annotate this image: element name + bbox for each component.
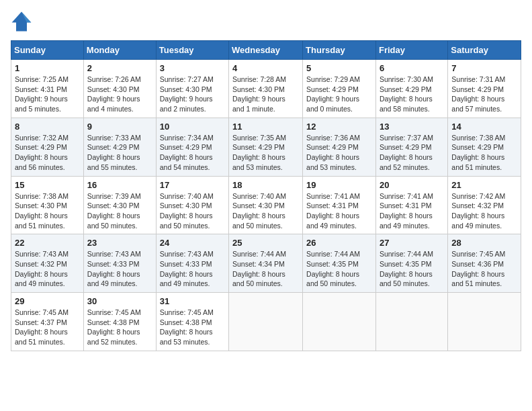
day-number: 7 xyxy=(451,63,517,73)
day-number: 24 xyxy=(160,238,225,248)
day-info: Sunrise: 7:34 AMSunset: 4:29 PMDaylight:… xyxy=(160,133,225,173)
day-info: Sunrise: 7:26 AMSunset: 4:30 PMDaylight:… xyxy=(87,75,152,114)
day-info: Sunrise: 7:30 AMSunset: 4:29 PMDaylight:… xyxy=(380,75,444,114)
day-number: 16 xyxy=(87,180,152,190)
day-info: Sunrise: 7:44 AMSunset: 4:35 PMDaylight:… xyxy=(306,249,372,289)
day-number: 28 xyxy=(451,238,517,248)
weekday-header-thursday: Thursday xyxy=(303,41,376,60)
day-number: 3 xyxy=(160,63,225,73)
day-info: Sunrise: 7:43 AMSunset: 4:32 PMDaylight:… xyxy=(15,249,80,289)
day-number: 4 xyxy=(232,63,299,73)
calendar-cell: 3Sunrise: 7:27 AMSunset: 4:30 PMDaylight… xyxy=(156,60,228,118)
day-number: 6 xyxy=(380,63,444,73)
day-info: Sunrise: 7:28 AMSunset: 4:30 PMDaylight:… xyxy=(232,75,299,114)
day-number: 20 xyxy=(380,180,444,190)
calendar-cell: 11Sunrise: 7:35 AMSunset: 4:29 PMDayligh… xyxy=(229,118,303,176)
day-info: Sunrise: 7:43 AMSunset: 4:33 PMDaylight:… xyxy=(160,249,225,289)
day-info: Sunrise: 7:37 AMSunset: 4:29 PMDaylight:… xyxy=(380,133,444,173)
day-number: 9 xyxy=(87,122,152,132)
calendar-cell: 14Sunrise: 7:38 AMSunset: 4:29 PMDayligh… xyxy=(448,118,521,176)
calendar-cell: 24Sunrise: 7:43 AMSunset: 4:33 PMDayligh… xyxy=(156,234,228,293)
day-number: 18 xyxy=(232,180,299,190)
calendar-cell: 1Sunrise: 7:25 AMSunset: 4:31 PMDaylight… xyxy=(11,60,84,118)
calendar-week-row: 15Sunrise: 7:38 AMSunset: 4:30 PMDayligh… xyxy=(11,176,521,234)
calendar-week-row: 22Sunrise: 7:43 AMSunset: 4:32 PMDayligh… xyxy=(11,234,521,293)
day-info: Sunrise: 7:31 AMSunset: 4:29 PMDaylight:… xyxy=(451,75,517,114)
day-info: Sunrise: 7:32 AMSunset: 4:29 PMDaylight:… xyxy=(15,133,80,173)
weekday-header-wednesday: Wednesday xyxy=(229,41,303,60)
day-number: 31 xyxy=(160,296,225,306)
calendar-cell: 18Sunrise: 7:40 AMSunset: 4:30 PMDayligh… xyxy=(229,176,303,234)
calendar-cell: 7Sunrise: 7:31 AMSunset: 4:29 PMDaylight… xyxy=(448,60,521,118)
day-info: Sunrise: 7:45 AMSunset: 4:36 PMDaylight:… xyxy=(451,249,517,289)
calendar-cell: 22Sunrise: 7:43 AMSunset: 4:32 PMDayligh… xyxy=(11,234,84,293)
calendar-cell: 29Sunrise: 7:45 AMSunset: 4:37 PMDayligh… xyxy=(11,293,84,351)
weekday-header-friday: Friday xyxy=(375,41,447,60)
calendar-cell: 30Sunrise: 7:45 AMSunset: 4:38 PMDayligh… xyxy=(83,293,156,351)
calendar-week-row: 29Sunrise: 7:45 AMSunset: 4:37 PMDayligh… xyxy=(11,293,521,351)
calendar-cell: 12Sunrise: 7:36 AMSunset: 4:29 PMDayligh… xyxy=(303,118,376,176)
calendar-cell: 25Sunrise: 7:44 AMSunset: 4:34 PMDayligh… xyxy=(229,234,303,293)
calendar-cell: 26Sunrise: 7:44 AMSunset: 4:35 PMDayligh… xyxy=(303,234,376,293)
weekday-header-monday: Monday xyxy=(83,41,156,60)
calendar-cell: 19Sunrise: 7:41 AMSunset: 4:31 PMDayligh… xyxy=(303,176,376,234)
calendar-table: SundayMondayTuesdayWednesdayThursdayFrid… xyxy=(11,40,521,351)
calendar-cell: 16Sunrise: 7:39 AMSunset: 4:30 PMDayligh… xyxy=(83,176,156,234)
calendar-cell: 17Sunrise: 7:40 AMSunset: 4:30 PMDayligh… xyxy=(156,176,228,234)
day-number: 30 xyxy=(87,296,152,306)
weekday-header-tuesday: Tuesday xyxy=(156,41,228,60)
calendar-cell: 23Sunrise: 7:43 AMSunset: 4:33 PMDayligh… xyxy=(83,234,156,293)
day-info: Sunrise: 7:29 AMSunset: 4:29 PMDaylight:… xyxy=(306,75,372,114)
calendar-cell xyxy=(375,293,447,351)
day-info: Sunrise: 7:38 AMSunset: 4:29 PMDaylight:… xyxy=(451,133,517,173)
day-number: 23 xyxy=(87,238,152,248)
day-number: 26 xyxy=(306,238,372,248)
logo-icon xyxy=(11,11,32,32)
day-info: Sunrise: 7:41 AMSunset: 4:31 PMDaylight:… xyxy=(306,191,372,231)
weekday-header-saturday: Saturday xyxy=(448,41,521,60)
day-number: 1 xyxy=(15,63,80,73)
day-info: Sunrise: 7:41 AMSunset: 4:31 PMDaylight:… xyxy=(380,191,444,231)
day-info: Sunrise: 7:39 AMSunset: 4:30 PMDaylight:… xyxy=(87,191,152,231)
calendar-cell: 31Sunrise: 7:45 AMSunset: 4:38 PMDayligh… xyxy=(156,293,228,351)
calendar-cell: 6Sunrise: 7:30 AMSunset: 4:29 PMDaylight… xyxy=(375,60,447,118)
calendar-cell: 27Sunrise: 7:44 AMSunset: 4:35 PMDayligh… xyxy=(375,234,447,293)
calendar-cell: 21Sunrise: 7:42 AMSunset: 4:32 PMDayligh… xyxy=(448,176,521,234)
day-info: Sunrise: 7:45 AMSunset: 4:37 PMDaylight:… xyxy=(15,308,80,347)
day-info: Sunrise: 7:44 AMSunset: 4:34 PMDaylight:… xyxy=(232,249,299,289)
weekday-header-row: SundayMondayTuesdayWednesdayThursdayFrid… xyxy=(11,41,521,60)
calendar-cell: 10Sunrise: 7:34 AMSunset: 4:29 PMDayligh… xyxy=(156,118,228,176)
day-info: Sunrise: 7:25 AMSunset: 4:31 PMDaylight:… xyxy=(15,75,80,114)
day-number: 19 xyxy=(306,180,372,190)
day-info: Sunrise: 7:43 AMSunset: 4:33 PMDaylight:… xyxy=(87,249,152,289)
day-number: 2 xyxy=(87,63,152,73)
weekday-header-sunday: Sunday xyxy=(11,41,84,60)
day-info: Sunrise: 7:33 AMSunset: 4:29 PMDaylight:… xyxy=(87,133,152,173)
day-number: 21 xyxy=(451,180,517,190)
day-number: 22 xyxy=(15,238,80,248)
day-info: Sunrise: 7:44 AMSunset: 4:35 PMDaylight:… xyxy=(380,249,444,289)
day-info: Sunrise: 7:45 AMSunset: 4:38 PMDaylight:… xyxy=(87,308,152,347)
day-info: Sunrise: 7:40 AMSunset: 4:30 PMDaylight:… xyxy=(160,191,225,231)
calendar-week-row: 1Sunrise: 7:25 AMSunset: 4:31 PMDaylight… xyxy=(11,60,521,118)
calendar-cell: 4Sunrise: 7:28 AMSunset: 4:30 PMDaylight… xyxy=(229,60,303,118)
calendar-cell: 15Sunrise: 7:38 AMSunset: 4:30 PMDayligh… xyxy=(11,176,84,234)
calendar-cell: 5Sunrise: 7:29 AMSunset: 4:29 PMDaylight… xyxy=(303,60,376,118)
day-number: 5 xyxy=(306,63,372,73)
calendar-cell: 13Sunrise: 7:37 AMSunset: 4:29 PMDayligh… xyxy=(375,118,447,176)
day-info: Sunrise: 7:38 AMSunset: 4:30 PMDaylight:… xyxy=(15,191,80,231)
calendar-cell: 9Sunrise: 7:33 AMSunset: 4:29 PMDaylight… xyxy=(83,118,156,176)
day-number: 25 xyxy=(232,238,299,248)
calendar-cell xyxy=(448,293,521,351)
day-number: 17 xyxy=(160,180,225,190)
day-info: Sunrise: 7:35 AMSunset: 4:29 PMDaylight:… xyxy=(232,133,299,173)
day-number: 8 xyxy=(15,122,80,132)
day-number: 11 xyxy=(232,122,299,132)
day-number: 10 xyxy=(160,122,225,132)
calendar-cell xyxy=(229,293,303,351)
calendar-cell xyxy=(303,293,376,351)
day-info: Sunrise: 7:45 AMSunset: 4:38 PMDaylight:… xyxy=(160,308,225,347)
calendar-week-row: 8Sunrise: 7:32 AMSunset: 4:29 PMDaylight… xyxy=(11,118,521,176)
day-info: Sunrise: 7:36 AMSunset: 4:29 PMDaylight:… xyxy=(306,133,372,173)
page-header xyxy=(11,11,521,32)
